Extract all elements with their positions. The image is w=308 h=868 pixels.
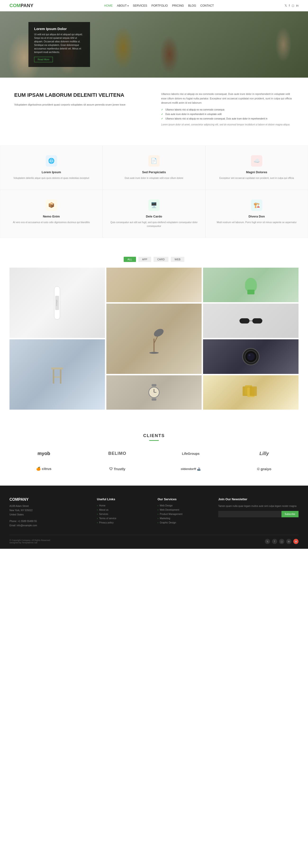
footer-link-about[interactable]: About us — [97, 508, 150, 511]
portfolio-item-plant[interactable] — [203, 268, 299, 302]
nav-contact[interactable]: CONTACT — [200, 4, 214, 7]
clients-grid: myob BELIMO LifeGroups Lilly 🍊 citrus 🛡 … — [9, 448, 299, 474]
footer-service-graphic[interactable]: Graphic Design — [158, 521, 211, 524]
filter-app[interactable]: APP — [138, 257, 151, 262]
clients-underline — [149, 440, 159, 441]
footer-facebook-icon[interactable]: f — [272, 539, 277, 544]
filter-card[interactable]: CARD — [153, 257, 168, 262]
nav-services[interactable]: SERVICES — [133, 4, 147, 7]
footer-instagram-icon[interactable]: ◻ — [279, 539, 284, 544]
hero-overlay: Lorem Ipsum Dolor Ut velit est qui aliqu… — [28, 22, 90, 67]
svg-rect-6 — [54, 376, 60, 378]
portfolio-item-bottle[interactable]: Curología — [9, 268, 105, 338]
footer-link-services[interactable]: Services — [97, 513, 150, 516]
footer-social-icons: 𝕏 f ◻ in ⬟ — [265, 539, 299, 544]
service-title-6: Divera Don — [213, 215, 301, 218]
portfolio-item-snacks[interactable] — [106, 268, 202, 302]
footer-newsletter-title: Join Our Newsletter — [218, 497, 299, 501]
portfolio-item-lens[interactable] — [203, 339, 299, 374]
service-title-2: Sed Perspiciatis — [110, 170, 198, 174]
filter-web[interactable]: WEB — [171, 257, 184, 262]
footer-address: A108 Adam Street New York, NY 535022 Uni… — [9, 504, 90, 517]
footer-service-product-mgmt[interactable]: Product Management — [158, 513, 211, 516]
service-desc-4: At vero eos et accusamus et iusto odio d… — [7, 221, 95, 224]
eum-right: Ullamco laboris nisi ut aliquip ex ea co… — [161, 92, 294, 127]
footer-link-terms[interactable]: Terms of service — [97, 517, 150, 520]
eum-left: EUM IPSAM LABORUM DELENITI VELITENA Volu… — [14, 92, 147, 107]
footer-twitter-icon[interactable]: 𝕏 — [265, 539, 270, 544]
nav-links: HOME ABOUT SERVICES PORTFOLIO PRICING BL… — [104, 4, 214, 7]
hero-section: Lorem Ipsum Dolor Ut velit est qui aliqu… — [0, 11, 308, 78]
clients-section: CLIENTS myob BELIMO LifeGroups Lilly 🍊 c… — [0, 422, 308, 486]
service-card-1: 🌐 Lorem Ipsum Voluptatem deleritis atque… — [0, 146, 103, 190]
eum-italic: Lorem ipsum dolor sit amet, consectetur … — [161, 123, 294, 127]
eum-title: EUM IPSAM LABORUM DELENITI VELITENA — [14, 92, 147, 99]
portfolio-grid: Curología — [9, 268, 299, 410]
eum-checklist: Ullamco laboris nisi ut aliquip ex ea co… — [161, 108, 294, 120]
footer-service-marketing[interactable]: Marketing — [158, 517, 211, 520]
footer-our-services-title: Our Services — [158, 497, 211, 501]
service-icon-1: 🌐 — [46, 155, 57, 166]
svg-rect-11 — [240, 318, 250, 323]
svg-rect-29 — [250, 386, 257, 396]
footer-useful-links: Useful Links Home About us Services Term… — [97, 497, 150, 528]
nav-pricing[interactable]: PRICING — [172, 4, 184, 7]
footer-link-privacy[interactable]: Privacy policy — [97, 521, 150, 524]
nav-home[interactable]: HOME — [104, 4, 113, 7]
service-title-1: Lorem Ipsum — [7, 170, 95, 174]
footer-rss-icon[interactable]: ⬟ — [293, 539, 299, 544]
hero-title: Lorem Ipsum Dolor — [34, 27, 84, 31]
eum-section: EUM IPSAM LABORUM DELENITI VELITENA Volu… — [0, 78, 308, 141]
footer-company: COMPANY A108 Adam Street New York, NY 53… — [9, 497, 90, 528]
footer-phone: Phone: +1 5589 55488 55 — [9, 519, 90, 523]
hero-read-more-button[interactable]: Read More — [34, 57, 53, 62]
portfolio-item-watch[interactable] — [106, 375, 202, 410]
portfolio-item-lamp[interactable] — [106, 304, 202, 374]
client-oldendorff: oldendorff 🚢 — [157, 464, 225, 473]
footer-newsletter-form: Subscribe — [218, 511, 299, 517]
client-graiyo: © graiyo — [230, 464, 299, 474]
service-icon-5: 🖥️ — [148, 199, 160, 211]
newsletter-subscribe-button[interactable]: Subscribe — [281, 511, 299, 517]
service-desc-1: Voluptatem deleritis atque quis quos dol… — [7, 176, 95, 180]
service-card-5: 🖥️ Dele Cardo Quis consequatur aut odit … — [103, 190, 205, 238]
footer-email: Email: info@example.com — [9, 523, 90, 528]
clients-title: CLIENTS — [9, 433, 299, 438]
svg-text:Curología: Curología — [56, 300, 57, 306]
service-icon-4: 📦 — [46, 199, 57, 211]
footer-link-home[interactable]: Home — [97, 504, 150, 507]
portfolio-section: ALL APP CARD WEB Curología — [0, 250, 308, 422]
service-desc-2: Duis aute irure dolor in voluptate velit… — [110, 176, 198, 180]
footer-service-web-dev[interactable]: Web Development — [158, 508, 211, 511]
svg-point-18 — [247, 353, 255, 361]
twitter-icon[interactable]: 𝕏 — [284, 4, 287, 7]
newsletter-email-input[interactable] — [218, 511, 281, 517]
instagram-icon[interactable]: ◻ — [292, 4, 294, 7]
footer-our-services: Our Services Web Design Web Development … — [158, 497, 211, 528]
service-card-6: 🏗️ Divera Don Modi nostrum vel laborum. … — [205, 190, 308, 238]
client-lifegroups: LifeGroups — [157, 449, 225, 458]
footer-service-web-design[interactable]: Web Design — [158, 504, 211, 507]
portfolio-item-gold[interactable] — [203, 375, 299, 410]
portfolio-item-sunglasses[interactable] — [203, 304, 299, 338]
portfolio-item-stool[interactable] — [9, 339, 105, 410]
footer-newsletter: Join Our Newsletter Tamen quam nulla qua… — [218, 497, 299, 528]
footer-linkedin-icon[interactable]: in — [286, 539, 291, 544]
facebook-icon[interactable]: f — [289, 4, 290, 7]
services-section: 🌐 Lorem Ipsum Voluptatem deleritis atque… — [0, 141, 308, 250]
service-icon-3: ☁️ — [251, 155, 262, 166]
nav-portfolio[interactable]: PORTFOLIO — [151, 4, 168, 7]
nav-blog[interactable]: BLOG — [188, 4, 196, 7]
footer-our-services-list: Web Design Web Development Product Manag… — [158, 504, 211, 524]
check-item-2: Duis aute irure dolor in reprehenderit i… — [161, 113, 294, 116]
eum-description: Voluptatem dignissimos provident quasi c… — [14, 102, 147, 107]
logo[interactable]: COMPANY — [9, 3, 33, 8]
linkedin-icon[interactable]: in — [296, 4, 299, 7]
nav-about[interactable]: ABOUT — [117, 4, 129, 7]
check-item-3: Ullamco laboris nisi ut aliquip ex ea co… — [161, 117, 294, 120]
service-title-3: Magni Dolores — [213, 170, 301, 174]
service-title-5: Dele Cardo — [110, 215, 198, 218]
filter-all[interactable]: ALL — [124, 257, 136, 262]
social-icons: 𝕏 f ◻ in — [284, 4, 299, 7]
eum-right-text: Ullamco laboris nisi ut aliquip ex ea co… — [161, 92, 294, 105]
